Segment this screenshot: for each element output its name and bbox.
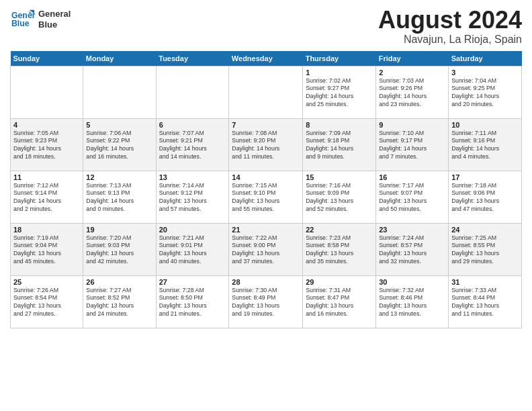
week-row-4: 18Sunrise: 7:19 AM Sunset: 9:04 PM Dayli… xyxy=(11,223,522,275)
logo-line1: General xyxy=(38,9,71,19)
day-cell: 1Sunrise: 7:02 AM Sunset: 9:27 PM Daylig… xyxy=(303,66,376,118)
day-info: Sunrise: 7:08 AM Sunset: 9:20 PM Dayligh… xyxy=(232,130,300,162)
col-tuesday: Tuesday xyxy=(156,51,229,66)
day-info: Sunrise: 7:21 AM Sunset: 9:01 PM Dayligh… xyxy=(159,234,226,267)
day-cell: 12Sunrise: 7:13 AM Sunset: 9:13 PM Dayli… xyxy=(83,171,156,223)
day-info: Sunrise: 7:14 AM Sunset: 9:12 PM Dayligh… xyxy=(159,182,226,214)
day-cell: 5Sunrise: 7:06 AM Sunset: 9:22 PM Daylig… xyxy=(83,118,156,171)
day-info: Sunrise: 7:25 AM Sunset: 8:55 PM Dayligh… xyxy=(451,234,519,267)
day-cell: 13Sunrise: 7:14 AM Sunset: 9:12 PM Dayli… xyxy=(156,171,229,223)
day-number: 4 xyxy=(13,121,80,129)
day-number: 3 xyxy=(451,68,519,77)
day-number: 7 xyxy=(232,121,300,129)
day-cell: 2Sunrise: 7:03 AM Sunset: 9:26 PM Daylig… xyxy=(376,66,449,118)
day-info: Sunrise: 7:28 AM Sunset: 8:50 PM Dayligh… xyxy=(159,287,226,319)
day-number: 10 xyxy=(451,121,519,129)
logo-line2: Blue xyxy=(38,19,71,30)
day-number: 24 xyxy=(451,226,519,234)
day-number: 21 xyxy=(232,226,300,234)
svg-text:Blue: Blue xyxy=(11,19,30,28)
day-number: 25 xyxy=(13,278,80,286)
day-number: 9 xyxy=(379,121,445,129)
day-cell: 28Sunrise: 7:30 AM Sunset: 8:49 PM Dayli… xyxy=(229,275,303,328)
day-cell: 26Sunrise: 7:27 AM Sunset: 8:52 PM Dayli… xyxy=(83,275,156,328)
day-info: Sunrise: 7:20 AM Sunset: 9:03 PM Dayligh… xyxy=(86,234,152,267)
day-cell xyxy=(229,66,303,118)
day-info: Sunrise: 7:27 AM Sunset: 8:52 PM Dayligh… xyxy=(86,287,152,319)
week-row-2: 4Sunrise: 7:05 AM Sunset: 9:23 PM Daylig… xyxy=(11,118,522,171)
day-number: 6 xyxy=(159,121,226,129)
day-info: Sunrise: 7:13 AM Sunset: 9:13 PM Dayligh… xyxy=(86,182,152,214)
day-info: Sunrise: 7:16 AM Sunset: 9:09 PM Dayligh… xyxy=(306,182,373,214)
day-number: 31 xyxy=(451,278,519,286)
day-cell: 29Sunrise: 7:31 AM Sunset: 8:47 PM Dayli… xyxy=(303,275,376,328)
day-cell: 19Sunrise: 7:20 AM Sunset: 9:03 PM Dayli… xyxy=(83,223,156,275)
day-info: Sunrise: 7:33 AM Sunset: 8:44 PM Dayligh… xyxy=(451,287,519,319)
logo-text: General Blue xyxy=(38,9,71,30)
day-cell: 17Sunrise: 7:18 AM Sunset: 9:06 PM Dayli… xyxy=(449,171,522,223)
day-number: 15 xyxy=(306,173,373,181)
day-cell: 23Sunrise: 7:24 AM Sunset: 8:57 PM Dayli… xyxy=(376,223,449,275)
day-cell: 8Sunrise: 7:09 AM Sunset: 9:18 PM Daylig… xyxy=(303,118,376,171)
day-cell: 25Sunrise: 7:26 AM Sunset: 8:54 PM Dayli… xyxy=(11,275,83,328)
day-info: Sunrise: 7:11 AM Sunset: 9:16 PM Dayligh… xyxy=(451,130,519,162)
day-number: 5 xyxy=(86,121,152,129)
day-cell xyxy=(11,66,83,118)
day-cell: 4Sunrise: 7:05 AM Sunset: 9:23 PM Daylig… xyxy=(11,118,83,171)
day-cell: 18Sunrise: 7:19 AM Sunset: 9:04 PM Dayli… xyxy=(11,223,83,275)
col-monday: Monday xyxy=(83,51,156,66)
day-cell: 21Sunrise: 7:22 AM Sunset: 9:00 PM Dayli… xyxy=(229,223,303,275)
col-sunday: Sunday xyxy=(11,51,83,66)
calendar-table: Sunday Monday Tuesday Wednesday Thursday… xyxy=(10,51,522,328)
day-cell: 15Sunrise: 7:16 AM Sunset: 9:09 PM Dayli… xyxy=(303,171,376,223)
day-info: Sunrise: 7:02 AM Sunset: 9:27 PM Dayligh… xyxy=(306,77,373,109)
day-cell: 9Sunrise: 7:10 AM Sunset: 9:17 PM Daylig… xyxy=(376,118,449,171)
day-number: 26 xyxy=(86,278,152,286)
day-cell: 22Sunrise: 7:23 AM Sunset: 8:58 PM Dayli… xyxy=(303,223,376,275)
day-info: Sunrise: 7:09 AM Sunset: 9:18 PM Dayligh… xyxy=(306,130,373,162)
page-container: General Blue General Blue August 2024 Na… xyxy=(0,0,532,332)
day-info: Sunrise: 7:22 AM Sunset: 9:00 PM Dayligh… xyxy=(232,234,300,267)
day-info: Sunrise: 7:03 AM Sunset: 9:26 PM Dayligh… xyxy=(379,77,445,109)
day-info: Sunrise: 7:32 AM Sunset: 8:46 PM Dayligh… xyxy=(379,287,445,319)
day-cell: 11Sunrise: 7:12 AM Sunset: 9:14 PM Dayli… xyxy=(11,171,83,223)
day-number: 20 xyxy=(159,226,226,234)
logo-icon: General Blue xyxy=(10,7,36,32)
day-info: Sunrise: 7:07 AM Sunset: 9:21 PM Dayligh… xyxy=(159,130,226,162)
day-number: 30 xyxy=(379,278,445,286)
day-info: Sunrise: 7:26 AM Sunset: 8:54 PM Dayligh… xyxy=(13,287,80,319)
day-number: 14 xyxy=(232,173,300,181)
week-row-1: 1Sunrise: 7:02 AM Sunset: 9:27 PM Daylig… xyxy=(11,66,522,118)
day-cell: 3Sunrise: 7:04 AM Sunset: 9:25 PM Daylig… xyxy=(449,66,522,118)
day-number: 29 xyxy=(306,278,373,286)
day-number: 12 xyxy=(86,173,152,181)
day-number: 2 xyxy=(379,68,445,77)
day-number: 8 xyxy=(306,121,373,129)
day-cell: 16Sunrise: 7:17 AM Sunset: 9:07 PM Dayli… xyxy=(376,171,449,223)
day-cell: 24Sunrise: 7:25 AM Sunset: 8:55 PM Dayli… xyxy=(449,223,522,275)
day-info: Sunrise: 7:30 AM Sunset: 8:49 PM Dayligh… xyxy=(232,287,300,319)
day-cell: 14Sunrise: 7:15 AM Sunset: 9:10 PM Dayli… xyxy=(229,171,303,223)
day-number: 13 xyxy=(159,173,226,181)
day-number: 27 xyxy=(159,278,226,286)
day-cell: 31Sunrise: 7:33 AM Sunset: 8:44 PM Dayli… xyxy=(449,275,522,328)
day-number: 11 xyxy=(13,173,80,181)
day-info: Sunrise: 7:23 AM Sunset: 8:58 PM Dayligh… xyxy=(306,234,373,267)
col-friday: Friday xyxy=(376,51,449,66)
day-info: Sunrise: 7:19 AM Sunset: 9:04 PM Dayligh… xyxy=(13,234,80,267)
week-row-5: 25Sunrise: 7:26 AM Sunset: 8:54 PM Dayli… xyxy=(11,275,522,328)
day-number: 18 xyxy=(13,226,80,234)
day-info: Sunrise: 7:05 AM Sunset: 9:23 PM Dayligh… xyxy=(13,130,80,162)
day-info: Sunrise: 7:06 AM Sunset: 9:22 PM Dayligh… xyxy=(86,130,152,162)
day-number: 1 xyxy=(306,68,373,77)
header: General Blue General Blue August 2024 Na… xyxy=(10,7,522,46)
day-info: Sunrise: 7:12 AM Sunset: 9:14 PM Dayligh… xyxy=(13,182,80,214)
header-row: Sunday Monday Tuesday Wednesday Thursday… xyxy=(11,51,522,66)
col-wednesday: Wednesday xyxy=(229,51,303,66)
day-number: 22 xyxy=(306,226,373,234)
day-cell xyxy=(156,66,229,118)
day-cell: 30Sunrise: 7:32 AM Sunset: 8:46 PM Dayli… xyxy=(376,275,449,328)
day-info: Sunrise: 7:17 AM Sunset: 9:07 PM Dayligh… xyxy=(379,182,445,214)
day-number: 17 xyxy=(451,173,519,181)
day-number: 23 xyxy=(379,226,445,234)
